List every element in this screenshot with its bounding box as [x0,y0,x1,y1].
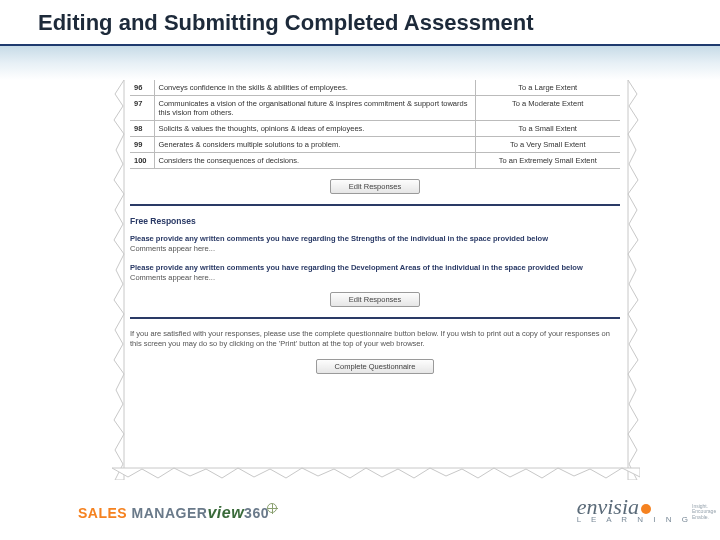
brand-360: 360 [244,505,269,521]
table-row: 98 Solicits & values the thoughts, opini… [130,121,620,137]
tagline: Insight. Encourage. Enable. [692,504,716,521]
row-desc: Generates & considers multiple solutions… [154,137,475,153]
row-desc: Solicits & values the thoughts, opinions… [154,121,475,137]
crosshair-icon [267,503,277,513]
row-extent: To an Extremely Small Extent [475,153,620,169]
brand-envisia: envisia L E A R N I N G [577,497,692,524]
row-num: 96 [130,80,154,96]
envisia-sub: L E A R N I N G [577,515,692,524]
strengths-placeholder: Comments appear here... [130,244,620,253]
assessment-table: 96 Conveys confidence in the skills & ab… [130,80,620,169]
header-gradient [0,46,720,80]
divider [130,317,620,319]
row-desc: Conveys confidence in the skills & abili… [154,80,475,96]
table-row: 99 Generates & considers multiple soluti… [130,137,620,153]
row-num: 100 [130,153,154,169]
footer: SALES MANAGERview360 envisia L E A R N I… [0,486,720,528]
table-row: 97 Communicates a vision of the organisa… [130,96,620,121]
strengths-prompt: Please provide any written comments you … [130,234,620,243]
complete-questionnaire-button[interactable]: Complete Questionnaire [316,359,435,374]
brand-sales: SALES [78,505,132,521]
svg-marker-2 [112,468,640,478]
torn-edge-bottom [112,466,640,480]
edit-responses-button[interactable]: Edit Responses [330,179,421,194]
free-responses-heading: Free Responses [130,216,620,226]
divider [130,204,620,206]
brand-view: view [207,504,244,521]
row-desc: Communicates a vision of the organisatio… [154,96,475,121]
assessment-panel: 96 Conveys confidence in the skills & ab… [120,80,630,394]
row-extent: To a Very Small Extent [475,137,620,153]
edit-responses-button[interactable]: Edit Responses [330,292,421,307]
brand-sales-manager-view360: SALES MANAGERview360 [78,504,277,522]
completion-instructions: If you are satisfied with your responses… [130,329,620,349]
row-extent: To a Large Extent [475,80,620,96]
row-num: 97 [130,96,154,121]
row-extent: To a Small Extent [475,121,620,137]
table-row: 100 Considers the consequences of decisi… [130,153,620,169]
table-row: 96 Conveys confidence in the skills & ab… [130,80,620,96]
slide-title: Editing and Submitting Completed Assessm… [0,0,720,46]
development-placeholder: Comments appear here... [130,273,620,282]
development-prompt: Please provide any written comments you … [130,263,620,272]
row-extent: To a Moderate Extent [475,96,620,121]
row-num: 99 [130,137,154,153]
row-desc: Considers the consequences of decisions. [154,153,475,169]
orange-dot-icon [641,504,651,514]
brand-manager: MANAGER [132,505,208,521]
row-num: 98 [130,121,154,137]
